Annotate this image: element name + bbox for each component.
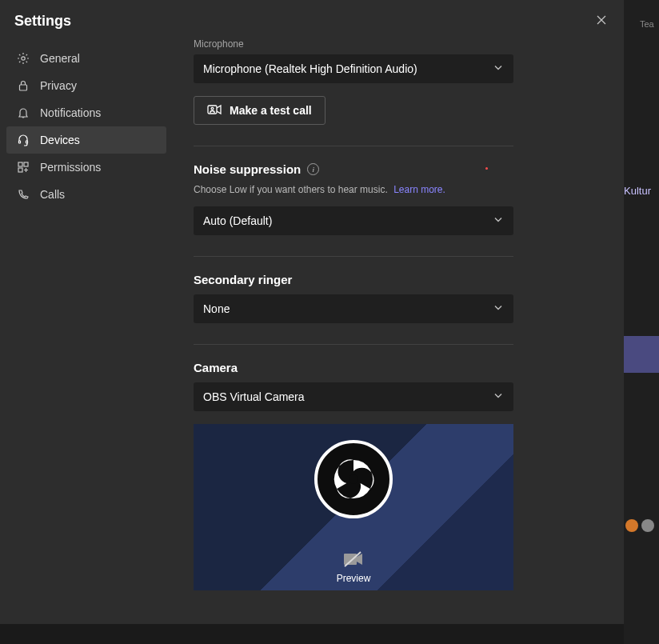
microphone-select-value: Microphone (Realtek High Definition Audi…	[203, 62, 417, 75]
obs-logo-icon	[314, 440, 393, 518]
noise-suppression-title: Noise suppression i	[194, 162, 513, 176]
camera-off-icon	[341, 550, 365, 571]
settings-dialog: Settings General	[0, 0, 624, 624]
sidebar-item-permissions[interactable]: Permissions	[6, 154, 166, 181]
bell-icon	[16, 106, 30, 120]
svg-point-0	[22, 57, 25, 60]
phone-icon	[16, 187, 30, 202]
camera-section: Camera OBS Virtual Camera	[194, 344, 513, 590]
camera-select[interactable]: OBS Virtual Camera	[194, 382, 513, 411]
close-icon	[597, 15, 606, 27]
noise-suppression-title-text: Noise suppression	[194, 162, 301, 176]
svg-rect-4	[18, 162, 22, 166]
svg-rect-1	[20, 85, 27, 90]
camera-preview: Preview	[194, 424, 513, 590]
secondary-ringer-select[interactable]: None	[194, 294, 513, 323]
sidebar-item-label: Privacy	[40, 79, 77, 92]
gear-icon	[16, 51, 30, 66]
noise-suppression-section: Noise suppression i Choose Low if you wa…	[194, 146, 513, 235]
secondary-ringer-section: Secondary ringer None	[194, 256, 513, 323]
camera-title: Camera	[194, 361, 513, 374]
sidebar-item-label: Permissions	[40, 161, 101, 174]
svg-rect-10	[344, 554, 357, 565]
bg-text-tea: Tea	[640, 19, 654, 29]
chevron-down-icon	[493, 390, 504, 404]
settings-sidebar: General Privacy Notifi	[0, 38, 166, 624]
settings-content-devices: Microphone Microphone (Realtek High Defi…	[166, 38, 624, 624]
lock-icon	[16, 78, 30, 93]
test-call-label: Make a test call	[230, 104, 312, 117]
preview-footer: Preview	[194, 544, 513, 590]
svg-rect-3	[26, 141, 28, 143]
info-icon[interactable]: i	[307, 163, 319, 175]
noise-suppression-select-value: Auto (Default)	[203, 214, 272, 227]
bg-avatar-1	[625, 519, 638, 532]
svg-point-9	[349, 474, 358, 484]
sidebar-item-notifications[interactable]: Notifications	[6, 99, 166, 126]
sidebar-item-general[interactable]: General	[6, 45, 166, 72]
svg-rect-6	[18, 168, 22, 172]
sidebar-item-privacy[interactable]: Privacy	[6, 72, 166, 99]
noise-suppression-helper: Choose Low if you want others to hear mu…	[194, 184, 513, 195]
secondary-ringer-title: Secondary ringer	[194, 273, 513, 286]
sidebar-item-label: Notifications	[40, 106, 101, 119]
background-right-strip: Tea Kultur	[624, 0, 659, 644]
apps-icon	[16, 160, 30, 174]
chevron-down-icon	[493, 214, 504, 228]
bg-avatar-2	[641, 519, 654, 532]
learn-more-link[interactable]: Learn more.	[393, 184, 445, 195]
sidebar-item-label: General	[40, 52, 80, 65]
svg-point-8	[211, 107, 214, 110]
svg-rect-2	[19, 141, 21, 143]
microphone-label: Microphone	[194, 38, 592, 50]
dialog-header: Settings	[0, 0, 624, 38]
sidebar-item-label: Calls	[40, 188, 65, 201]
bg-purple-bar	[624, 336, 659, 373]
sidebar-item-label: Devices	[40, 134, 80, 146]
svg-rect-5	[24, 162, 28, 166]
microphone-select[interactable]: Microphone (Realtek High Definition Audi…	[194, 54, 513, 83]
sidebar-item-devices[interactable]: Devices	[6, 126, 166, 154]
helper-text: Choose Low if you want others to hear mu…	[194, 184, 388, 195]
preview-label: Preview	[337, 573, 371, 584]
headset-icon	[16, 133, 30, 147]
sidebar-item-calls[interactable]: Calls	[6, 181, 166, 208]
chevron-down-icon	[493, 302, 504, 316]
bg-text-kultur: Kultur	[624, 185, 651, 197]
make-test-call-button[interactable]: Make a test call	[194, 96, 326, 125]
dialog-title: Settings	[14, 13, 71, 30]
video-person-icon	[207, 104, 222, 118]
close-button[interactable]	[590, 10, 613, 32]
noise-suppression-select[interactable]: Auto (Default)	[194, 206, 513, 235]
chevron-down-icon	[493, 62, 504, 76]
secondary-ringer-select-value: None	[203, 302, 230, 315]
camera-select-value: OBS Virtual Camera	[203, 390, 305, 403]
red-indicator-dot	[485, 167, 488, 170]
